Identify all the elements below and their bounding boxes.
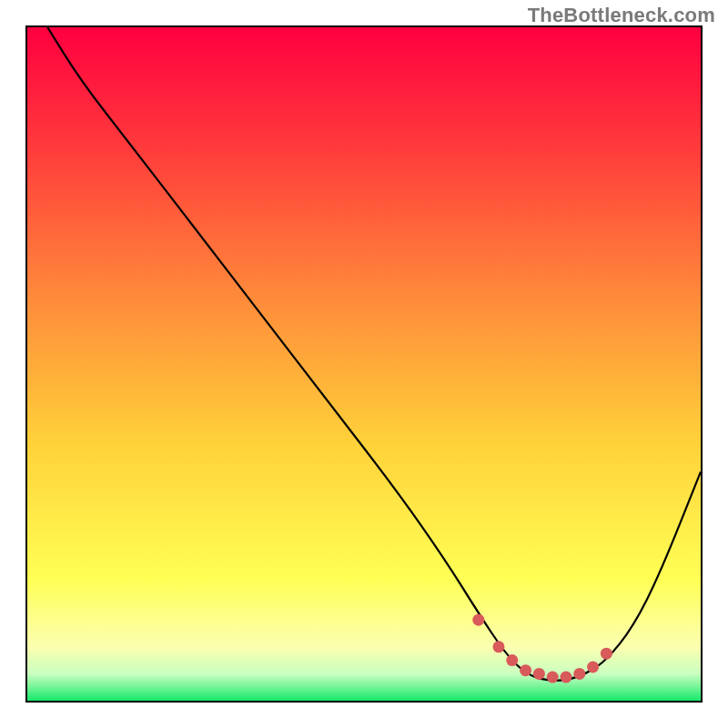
optimal-dot — [573, 668, 585, 680]
optimal-dot — [533, 668, 545, 680]
watermark-text: TheBottleneck.com — [528, 4, 715, 27]
optimal-dot — [506, 654, 518, 666]
optimal-dot — [561, 672, 572, 683]
optimal-dot — [587, 662, 599, 673]
optimal-dot — [520, 664, 531, 676]
optimal-dot — [601, 648, 612, 660]
optimal-dot — [547, 672, 559, 683]
chart-svg — [27, 27, 701, 701]
optimal-dot — [493, 641, 505, 652]
chart-container: TheBottleneck.com — [0, 0, 728, 728]
gradient-background — [27, 27, 701, 701]
plot-area — [25, 25, 703, 703]
optimal-dot — [472, 614, 484, 626]
